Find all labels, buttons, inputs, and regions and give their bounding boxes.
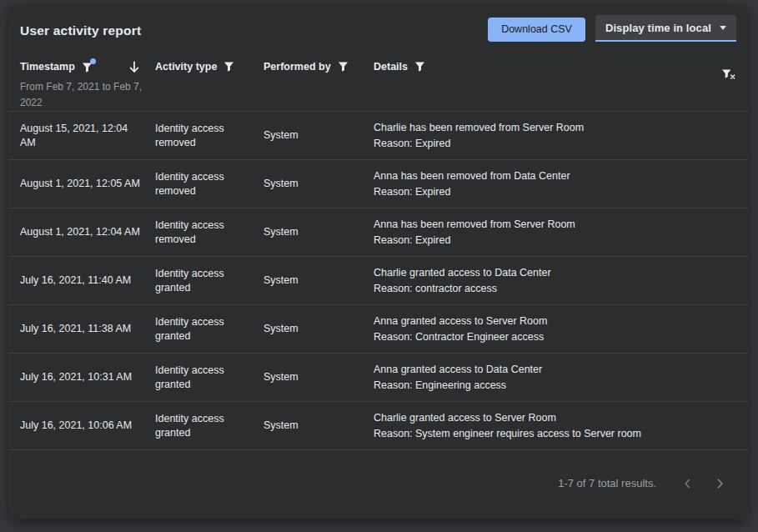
details-reason: Reason: Engineering access xyxy=(374,379,706,393)
download-csv-button[interactable]: Download CSV xyxy=(488,18,585,42)
performed-by-cell: System xyxy=(264,322,374,336)
details-action: Anna granted access to Data Center xyxy=(374,363,706,377)
timestamp-filter-range: From Feb 7, 2021 to Feb 7, 2022 xyxy=(20,79,145,110)
timestamp-cell: August 1, 2021, 12:05 AM xyxy=(20,177,155,191)
activity-type-cell: Identity access granted xyxy=(155,412,255,440)
timestamp-cell: July 16, 2021, 11:40 AM xyxy=(20,274,155,288)
performed-by-cell: System xyxy=(264,128,374,143)
details-cell: Charlie has been removed from Server Roo… xyxy=(374,121,706,151)
details-action: Charlie granted access to Server Room xyxy=(374,411,706,425)
details-action: Charlie has been removed from Server Roo… xyxy=(374,121,706,135)
details-cell: Anna has been removed from Data Center R… xyxy=(374,169,706,199)
table-header-row: Timestamp From Feb 7, 2021 to Feb 7, 202… xyxy=(8,47,748,112)
table-row: July 16, 2021, 11:38 AM Identity access … xyxy=(8,305,748,354)
table-row: August 1, 2021, 12:04 AM Identity access… xyxy=(8,208,748,257)
details-cell: Anna granted access to Server Room Reaso… xyxy=(374,314,706,344)
timestamp-column-label: Timestamp xyxy=(20,61,75,73)
activity-type-cell: Identity access removed xyxy=(155,170,255,198)
column-header-performed-by: Performed by xyxy=(264,53,374,73)
details-column-label: Details xyxy=(374,61,408,73)
activity-report-card: User activity report Download CSV Displa… xyxy=(8,5,748,519)
pagination-bar: 1-7 of 7 total results. xyxy=(8,450,748,519)
details-cell: Anna granted access to Data Center Reaso… xyxy=(374,363,706,393)
performed-by-filter-icon[interactable] xyxy=(337,60,349,73)
results-count: 1-7 of 7 total results. xyxy=(558,477,656,489)
funnel-icon xyxy=(338,61,349,72)
clear-filters-icon[interactable] xyxy=(721,68,736,81)
details-action: Anna has been removed from Server Room xyxy=(374,218,706,232)
details-reason: Reason: Expired xyxy=(374,185,706,199)
prev-page-button[interactable] xyxy=(676,473,698,494)
activity-type-cell: Identity access removed xyxy=(155,122,255,150)
details-action: Anna has been removed from Data Center xyxy=(374,169,706,183)
timezone-select[interactable]: Display time in local xyxy=(595,15,736,42)
activity-type-cell: Identity access granted xyxy=(155,364,255,392)
details-action: Charlie granted access to Data Center xyxy=(374,266,706,280)
details-cell: Anna has been removed from Server Room R… xyxy=(374,218,706,248)
timestamp-cell: August 15, 2021, 12:04 AM xyxy=(20,122,155,150)
timezone-select-value: Display time in local xyxy=(605,23,711,33)
details-cell: Charlie granted access to Data Center Re… xyxy=(374,266,706,296)
details-action: Anna granted access to Server Room xyxy=(374,314,706,329)
table-row: August 1, 2021, 12:05 AM Identity access… xyxy=(8,160,748,208)
filter-active-badge xyxy=(90,58,96,64)
activity-type-cell: Identity access granted xyxy=(155,267,255,295)
table-row: July 16, 2021, 11:40 AM Identity access … xyxy=(8,257,748,305)
activity-type-filter-icon[interactable] xyxy=(223,60,235,73)
details-reason: Reason: Expired xyxy=(374,233,706,248)
chevron-left-icon xyxy=(682,478,692,489)
performed-by-cell: System xyxy=(264,225,374,239)
funnel-icon xyxy=(414,61,425,72)
performed-by-cell: System xyxy=(264,419,374,433)
timestamp-cell: July 16, 2021, 11:38 AM xyxy=(20,322,155,336)
column-header-details: Details xyxy=(374,53,706,73)
performed-by-column-label: Performed by xyxy=(264,61,331,73)
column-header-activity-type: Activity type xyxy=(155,53,264,73)
details-reason: Reason: Contractor Engineer access xyxy=(374,330,706,344)
timestamp-cell: July 16, 2021, 10:06 AM xyxy=(20,419,155,433)
details-reason: Reason: Expired xyxy=(374,137,706,151)
activity-type-cell: Identity access removed xyxy=(155,218,255,247)
performed-by-cell: System xyxy=(264,274,374,288)
column-header-timestamp: Timestamp From Feb 7, 2021 to Feb 7, 202… xyxy=(20,53,155,110)
funnel-icon xyxy=(223,61,234,72)
performed-by-cell: System xyxy=(264,370,374,384)
details-reason: Reason: System engineer requires access … xyxy=(374,427,706,441)
activity-type-cell: Identity access granted xyxy=(155,315,255,344)
page-title: User activity report xyxy=(20,23,141,38)
timestamp-cell: July 16, 2021, 10:31 AM xyxy=(20,370,155,384)
timestamp-filter-icon[interactable] xyxy=(81,61,93,73)
table-row: August 15, 2021, 12:04 AM Identity acces… xyxy=(8,112,748,160)
sort-descending-icon[interactable] xyxy=(128,61,140,73)
chevron-right-icon xyxy=(715,478,725,489)
timestamp-cell: August 1, 2021, 12:04 AM xyxy=(20,225,155,239)
table-row: July 16, 2021, 10:31 AM Identity access … xyxy=(8,354,748,402)
report-header: User activity report Download CSV Displa… xyxy=(8,5,748,47)
details-cell: Charlie granted access to Server Room Re… xyxy=(374,411,706,441)
details-reason: Reason: contractor access xyxy=(374,282,706,296)
details-filter-icon[interactable] xyxy=(414,60,426,73)
next-page-button[interactable] xyxy=(710,473,731,494)
caret-down-icon xyxy=(720,26,726,30)
performed-by-cell: System xyxy=(264,177,374,191)
header-actions: Download CSV Display time in local xyxy=(488,15,736,42)
activity-type-column-label: Activity type xyxy=(155,61,217,73)
table-row: July 16, 2021, 10:06 AM Identity access … xyxy=(8,402,748,450)
